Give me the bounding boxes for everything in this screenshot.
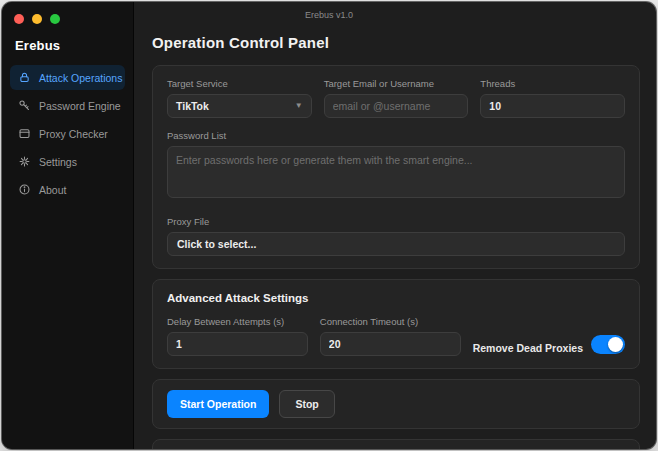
main-content: Operation Control Panel Target Service T… — [134, 2, 656, 449]
close-window-button[interactable] — [14, 14, 24, 24]
timeout-label: Connection Timeout (s) — [320, 316, 461, 327]
gear-icon — [18, 155, 31, 168]
start-operation-button[interactable]: Start Operation — [167, 390, 269, 418]
key-icon — [18, 99, 31, 112]
threads-field: Threads — [480, 78, 625, 118]
timeout-field: Connection Timeout (s) — [320, 316, 461, 356]
target-account-input[interactable] — [324, 94, 469, 118]
password-list-label: Password List — [167, 130, 625, 141]
password-list-textarea[interactable] — [167, 146, 625, 198]
advanced-settings-card: Advanced Attack Settings Delay Between A… — [152, 279, 640, 369]
sidebar-item-attack-operations[interactable]: Attack Operations — [10, 65, 125, 90]
sidebar-item-label: Settings — [39, 156, 77, 168]
delay-input[interactable] — [167, 332, 308, 356]
toggle-knob — [608, 337, 623, 352]
remove-dead-proxies-field: Remove Dead Proxies — [473, 316, 625, 356]
chevron-down-icon: ▼ — [295, 102, 303, 110]
proxy-file-picker[interactable]: Click to select... — [167, 232, 625, 256]
sidebar-item-label: About — [39, 184, 66, 196]
sidebar-item-password-engine[interactable]: Password Engine — [10, 93, 125, 118]
target-account-field: Target Email or Username — [324, 78, 469, 118]
advanced-settings-title: Advanced Attack Settings — [167, 292, 625, 304]
target-service-select[interactable]: TikTok ▼ — [167, 94, 312, 118]
sidebar: Erebus Attack Operations Password Engine… — [2, 2, 134, 449]
app-window: Erebus v1.0 Erebus Attack Operations Pas… — [2, 2, 656, 449]
remove-dead-proxies-toggle[interactable] — [591, 335, 625, 354]
sidebar-item-proxy-checker[interactable]: Proxy Checker — [10, 121, 125, 146]
delay-label: Delay Between Attempts (s) — [167, 316, 308, 327]
threads-label: Threads — [480, 78, 625, 89]
target-service-field: Target Service TikTok ▼ — [167, 78, 312, 118]
browser-icon — [18, 127, 31, 140]
actions-card: Start Operation Stop — [152, 379, 640, 429]
target-account-label: Target Email or Username — [324, 78, 469, 89]
sidebar-item-label: Proxy Checker — [39, 128, 108, 140]
sidebar-item-about[interactable]: About — [10, 177, 125, 202]
threads-input[interactable] — [480, 94, 625, 118]
info-icon — [18, 183, 31, 196]
operation-form-card: Target Service TikTok ▼ Target Email or … — [152, 65, 640, 269]
page-title: Operation Control Panel — [152, 34, 640, 51]
target-service-value: TikTok — [176, 100, 209, 112]
sidebar-item-label: Attack Operations — [39, 72, 122, 84]
zoom-window-button[interactable] — [50, 14, 60, 24]
sidebar-brand: Erebus — [15, 38, 133, 53]
status-card: Success:0 | Fail:0 | Tested:0 / 0 — [152, 439, 640, 449]
proxy-file-label: Proxy File — [167, 216, 625, 227]
remove-dead-proxies-label: Remove Dead Proxies — [473, 342, 583, 354]
sidebar-item-label: Password Engine — [39, 100, 121, 112]
stop-button[interactable]: Stop — [279, 390, 334, 418]
minimize-window-button[interactable] — [32, 14, 42, 24]
delay-field: Delay Between Attempts (s) — [167, 316, 308, 356]
target-service-label: Target Service — [167, 78, 312, 89]
traffic-lights — [2, 12, 133, 24]
sidebar-item-settings[interactable]: Settings — [10, 149, 125, 174]
timeout-input[interactable] — [320, 332, 461, 356]
lock-icon — [18, 71, 31, 84]
